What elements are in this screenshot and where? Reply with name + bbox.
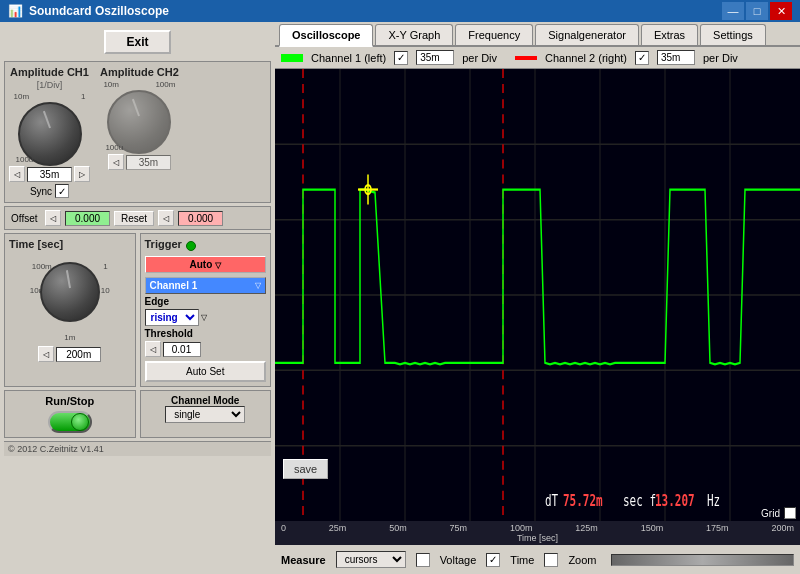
auto-set-button[interactable]: Auto Set	[145, 361, 267, 382]
copyright-text: © 2012 C.Zeitnitz V1.41	[8, 444, 104, 454]
svg-text:dT: dT	[545, 491, 559, 510]
channel-mode-select[interactable]: single dual	[165, 406, 245, 423]
ch1-bar-label: Channel 1 (left)	[311, 52, 386, 64]
edge-select[interactable]: rising falling	[145, 309, 199, 326]
ch2-scale-100m: 100m	[155, 80, 175, 89]
ch1-value-up[interactable]: ▷	[74, 166, 90, 182]
ch2-per-div-input[interactable]: 35m	[657, 50, 695, 65]
ch2-bar-label: Channel 2 (right)	[545, 52, 627, 64]
ch2-value-down[interactable]: ◁	[108, 154, 124, 170]
ch1-indicator	[281, 54, 303, 62]
offset-label: Offset	[11, 213, 41, 224]
time-axis-50m: 50m	[389, 523, 407, 533]
voltage-checkbox[interactable]	[416, 553, 430, 567]
amplitude-ch1-label: Amplitude CH1	[10, 66, 89, 78]
time-value-input[interactable]: 200m	[56, 347, 101, 362]
amplitude-section: Amplitude CH1 [1/Div] 10m 1 100u ◁ 35m ▷…	[4, 61, 271, 203]
edge-dropdown-arrow: ▽	[201, 313, 207, 322]
ch1-per-div-input[interactable]: 35m	[416, 50, 454, 65]
ch1-value-down[interactable]: ◁	[9, 166, 25, 182]
ch2-checkbox[interactable]: ✓	[635, 51, 649, 65]
svg-text:75.72m: 75.72m	[563, 491, 603, 510]
measure-bar: Measure cursors Voltage ✓ Time Zoom	[281, 549, 794, 570]
trigger-header: Trigger	[145, 238, 267, 254]
sync-label: Sync	[30, 186, 52, 197]
ch1-scale-100u: 100u	[16, 155, 34, 164]
tab-extras[interactable]: Extras	[641, 24, 698, 45]
tab-xy-graph[interactable]: X-Y Graph	[375, 24, 453, 45]
offset-ch1-down[interactable]: ◁	[45, 210, 61, 226]
svg-text:13.207: 13.207	[655, 491, 695, 510]
trigger-channel-button[interactable]: Channel 1 ▽	[145, 277, 267, 294]
time-knob-container: 100m 1 10m 10 1m	[30, 262, 110, 342]
tab-oscilloscope[interactable]: Oscilloscope	[279, 24, 373, 47]
run-stop-label: Run/Stop	[45, 395, 94, 407]
time-knob[interactable]	[40, 262, 100, 322]
voltage-label: Voltage	[440, 554, 477, 566]
oscilloscope-grid: dT 75.72m sec f 13.207 Hz	[275, 69, 800, 521]
grid-label: Grid ✓	[761, 507, 796, 519]
ch2-scale-10m: 10m	[103, 80, 119, 89]
trigger-title: Trigger	[145, 238, 182, 250]
amplitude-ch2-knob-container: 10m 100m 100u	[103, 80, 175, 152]
trigger-auto-button[interactable]: Auto ▽	[145, 256, 267, 273]
grid-checkbox[interactable]: ✓	[784, 507, 796, 519]
edge-label: Edge	[145, 296, 267, 307]
run-stop-toggle[interactable]	[48, 411, 92, 433]
save-button[interactable]: save	[283, 459, 328, 479]
exit-button[interactable]: Exit	[104, 30, 170, 54]
ch2-scale-100u: 100u	[105, 143, 123, 152]
offset-ch1-input[interactable]: 0.000	[65, 211, 110, 226]
amplitude-ch2: Amplitude CH2 10m 100m 100u ◁ 35m	[100, 66, 179, 170]
time-scale-10: 10	[101, 286, 110, 295]
ch1-per-div-label: per Div	[462, 52, 497, 64]
ch2-value-input[interactable]: 35m	[126, 155, 171, 170]
time-checkbox[interactable]: ✓	[486, 553, 500, 567]
time-scale-1m: 1m	[64, 333, 75, 342]
amplitude-ch2-label: Amplitude CH2	[100, 66, 179, 78]
zoom-slider[interactable]	[611, 554, 794, 566]
threshold-row: ◁ 0.01	[145, 341, 267, 357]
time-axis-25m: 25m	[329, 523, 347, 533]
svg-text:Hz: Hz	[707, 491, 720, 510]
time-trigger-row: Time [sec] 100m 1 10m 10 1m ◁ 200m	[4, 233, 271, 387]
minimize-button[interactable]: —	[722, 2, 744, 20]
sync-checkbox[interactable]: ✓	[55, 184, 69, 198]
reset-button[interactable]: Reset	[114, 211, 154, 226]
tab-settings[interactable]: Settings	[700, 24, 766, 45]
grid-text: Grid	[761, 508, 780, 519]
channel-mode-label: Channel Mode	[171, 395, 239, 406]
time-axis-150m: 150m	[641, 523, 664, 533]
ch1-checkbox[interactable]: ✓	[394, 51, 408, 65]
run-stop-section: Run/Stop	[4, 390, 136, 438]
tab-signalgenerator[interactable]: Signalgenerator	[535, 24, 639, 45]
app-title: Soundcard Oszilloscope	[29, 4, 169, 18]
ch1-scale-1: 1	[81, 92, 85, 101]
amplitude-ch1-knob-container: 10m 1 100u	[14, 92, 86, 164]
cursors-select[interactable]: cursors	[336, 551, 406, 568]
left-panel: Exit Amplitude CH1 [1/Div] 10m 1 100u ◁ …	[0, 22, 275, 574]
time-axis-0: 0	[281, 523, 286, 533]
measure-label: Measure	[281, 554, 326, 566]
maximize-button[interactable]: □	[746, 2, 768, 20]
tab-frequency[interactable]: Frequency	[455, 24, 533, 45]
time-value-down[interactable]: ◁	[38, 346, 54, 362]
offset-ch2-down[interactable]: ◁	[158, 210, 174, 226]
offset-ch2-input[interactable]: 0.000	[178, 211, 223, 226]
ch2-per-div-label: per Div	[703, 52, 738, 64]
close-button[interactable]: ✕	[770, 2, 792, 20]
time-axis-100m: 100m	[510, 523, 533, 533]
ch1-value-input[interactable]: 35m	[27, 167, 72, 182]
threshold-input[interactable]: 0.01	[163, 342, 201, 357]
amplitude-ch1: Amplitude CH1 [1/Div] 10m 1 100u ◁ 35m ▷…	[9, 66, 90, 198]
time-axis-175m: 175m	[706, 523, 729, 533]
ch2-indicator	[515, 56, 537, 60]
zoom-checkbox[interactable]	[544, 553, 558, 567]
trigger-section: Trigger Auto ▽ Channel 1 ▽ Edge rising f…	[140, 233, 272, 387]
title-bar: 📊 Soundcard Oszilloscope — □ ✕	[0, 0, 800, 22]
time-section: Time [sec] 100m 1 10m 10 1m ◁ 200m	[4, 233, 136, 387]
trigger-led	[186, 241, 196, 251]
time-title: Time [sec]	[9, 238, 131, 250]
footer: © 2012 C.Zeitnitz V1.41	[4, 441, 271, 456]
threshold-down[interactable]: ◁	[145, 341, 161, 357]
